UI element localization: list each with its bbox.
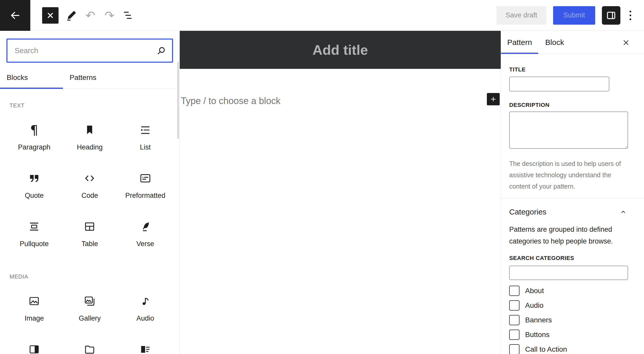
- search-icon: [156, 45, 167, 56]
- add-block-button[interactable]: [487, 93, 500, 105]
- media-text-icon: [139, 343, 151, 354]
- block-item-verse[interactable]: Verse: [118, 217, 173, 255]
- toolbar-right-group: Save draft Submit: [496, 6, 644, 25]
- block-item-list[interactable]: List: [118, 120, 173, 159]
- block-item-quote[interactable]: Quote: [6, 169, 62, 207]
- tab-pattern[interactable]: Pattern: [501, 31, 538, 54]
- redo-button[interactable]: ↷: [103, 9, 116, 22]
- media-blocks-grid: Image Gallery: [6, 291, 173, 354]
- description-help-text: The description is used to help users of…: [509, 158, 630, 192]
- editor-workspace: Blocks Patterns TEXT ¶ Paragraph Heading: [0, 31, 644, 354]
- gallery-icon: [83, 295, 96, 307]
- block-item-audio[interactable]: Audio: [118, 291, 173, 330]
- heading-icon: [83, 124, 96, 136]
- back-arrow-icon: [9, 9, 21, 22]
- inserter-search: [6, 39, 173, 63]
- category-row-call-to-action[interactable]: Call to Action: [509, 344, 628, 354]
- inserter-block-list: TEXT ¶ Paragraph Heading: [0, 102, 179, 354]
- inserter-scrollbar-thumb[interactable]: [177, 62, 179, 139]
- section-title-media: MEDIA: [10, 273, 170, 280]
- settings-sidebar-toggle-button[interactable]: [602, 6, 620, 25]
- pencil-icon: [65, 10, 77, 21]
- search-categories-label: SEARCH CATEGORIES: [509, 255, 628, 262]
- settings-sidebar: Pattern Block TITLE DESCRIPTION The desc…: [501, 31, 644, 354]
- checkbox-banners[interactable]: [509, 315, 519, 325]
- tab-blocks[interactable]: Blocks: [0, 66, 63, 89]
- active-settings-tab-indicator: [501, 53, 538, 54]
- toolbar-left-group: ↶ ↷: [42, 7, 135, 24]
- pattern-description-textarea[interactable]: [509, 111, 628, 149]
- paragraph-icon: ¶: [28, 124, 40, 136]
- pattern-title-input[interactable]: [509, 77, 609, 91]
- block-item-preformatted[interactable]: Preformatted: [118, 169, 173, 207]
- list-icon: [139, 124, 151, 136]
- description-field-label: DESCRIPTION: [509, 102, 628, 108]
- categories-panel-title: Categories: [509, 208, 546, 216]
- editor-top-bar: ↶ ↷ Save draft Submit: [0, 0, 644, 31]
- list-view-button[interactable]: [122, 9, 135, 22]
- code-icon: [83, 172, 96, 184]
- close-settings-button[interactable]: [620, 37, 632, 48]
- pattern-title-bar[interactable]: Add title: [180, 31, 501, 69]
- close-x-icon: [46, 12, 54, 19]
- category-row-audio[interactable]: Audio: [509, 300, 628, 311]
- search-categories-input[interactable]: [509, 266, 628, 280]
- tab-patterns[interactable]: Patterns: [63, 66, 129, 89]
- settings-tabs: Pattern Block: [501, 31, 644, 54]
- sidebar-panel-icon: [605, 10, 617, 21]
- redo-icon: ↷: [105, 10, 115, 21]
- back-button[interactable]: [0, 0, 30, 31]
- block-item-paragraph[interactable]: ¶ Paragraph: [6, 120, 62, 159]
- pullquote-icon: [28, 220, 40, 233]
- options-menu-button[interactable]: [627, 8, 634, 23]
- list-view-icon: [122, 10, 134, 21]
- active-tab-indicator: [0, 88, 63, 89]
- quote-icon: [28, 172, 40, 184]
- block-inserter-panel: Blocks Patterns TEXT ¶ Paragraph Heading: [0, 31, 180, 354]
- block-inserter-toggle-button[interactable]: [42, 7, 59, 24]
- collapse-panel-button[interactable]: [618, 207, 628, 217]
- block-item-table[interactable]: Table: [62, 217, 117, 255]
- block-item-cover-partial[interactable]: [6, 340, 62, 354]
- add-title-placeholder[interactable]: Add title: [312, 42, 368, 58]
- checkbox-audio[interactable]: [509, 300, 519, 311]
- save-draft-button[interactable]: Save draft: [496, 6, 546, 25]
- inserter-search-input[interactable]: [6, 39, 173, 63]
- kebab-dot: [630, 18, 631, 20]
- canvas-body[interactable]: Type / to choose a block: [180, 69, 501, 106]
- submit-button[interactable]: Submit: [553, 6, 595, 25]
- undo-icon: ↶: [86, 10, 96, 21]
- block-item-media-text-partial[interactable]: [118, 340, 173, 354]
- verse-icon: [139, 220, 151, 233]
- inserter-tabs: Blocks Patterns: [0, 66, 179, 89]
- category-row-banners[interactable]: Banners: [509, 315, 628, 325]
- categories-checkbox-list: About Audio Banners Buttons Call to Acti…: [509, 286, 628, 354]
- block-item-pullquote[interactable]: Pullquote: [6, 217, 62, 255]
- close-icon: [622, 39, 630, 47]
- empty-block-placeholder[interactable]: Type / to choose a block: [181, 96, 501, 106]
- text-blocks-grid: ¶ Paragraph Heading: [6, 120, 173, 255]
- undo-button[interactable]: ↶: [84, 9, 97, 22]
- categories-panel-header[interactable]: Categories: [501, 198, 644, 217]
- block-item-heading[interactable]: Heading: [62, 120, 117, 159]
- image-icon: [28, 295, 40, 307]
- editor-canvas: Add title Type / to choose a block: [180, 31, 501, 354]
- section-title-text: TEXT: [10, 102, 170, 109]
- block-item-code[interactable]: Code: [62, 169, 117, 207]
- checkbox-about[interactable]: [509, 286, 519, 296]
- block-item-file-partial[interactable]: [62, 340, 117, 354]
- checkbox-buttons[interactable]: [509, 330, 519, 340]
- chevron-up-icon: [619, 208, 627, 216]
- category-row-buttons[interactable]: Buttons: [509, 330, 628, 340]
- block-item-image[interactable]: Image: [6, 291, 62, 330]
- kebab-dot: [630, 15, 631, 16]
- checkbox-call-to-action[interactable]: [509, 344, 519, 354]
- audio-icon: [139, 295, 151, 307]
- title-field-label: TITLE: [509, 66, 628, 73]
- block-item-gallery[interactable]: Gallery: [62, 291, 117, 330]
- categories-intro-text: Patterns are grouped into defined catego…: [509, 223, 630, 247]
- category-row-about[interactable]: About: [509, 286, 628, 296]
- categories-panel-body: Patterns are grouped into defined catego…: [501, 223, 644, 354]
- edit-mode-button[interactable]: [65, 9, 78, 22]
- tab-block[interactable]: Block: [538, 31, 571, 54]
